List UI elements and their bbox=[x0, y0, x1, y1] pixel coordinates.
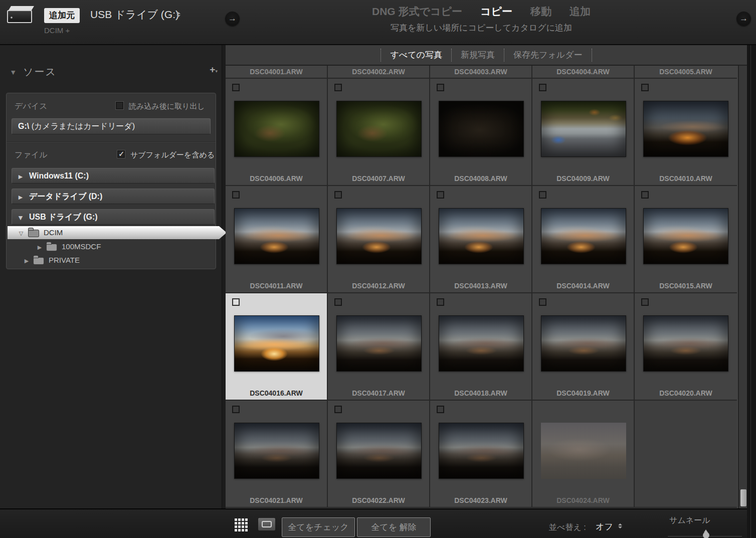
photo-cell[interactable]: DSC04017.ARW bbox=[328, 293, 430, 401]
photo-cell-partial[interactable]: DSC04002.ARW bbox=[328, 66, 430, 79]
photo-checkbox[interactable] bbox=[232, 298, 240, 306]
photo-thumbnail[interactable] bbox=[541, 315, 626, 372]
loupe-view-icon[interactable] bbox=[258, 517, 276, 531]
eject-after-import-checkbox[interactable] bbox=[116, 102, 123, 109]
photo-thumbnail[interactable] bbox=[234, 315, 319, 372]
photo-checkbox[interactable] bbox=[539, 191, 546, 199]
photo-checkbox[interactable] bbox=[437, 191, 444, 199]
photo-thumbnail[interactable] bbox=[439, 101, 524, 157]
device-drive-button[interactable]: G:\ (カメラまたはカードリーダ) bbox=[12, 118, 211, 134]
photo-thumbnail[interactable] bbox=[439, 423, 524, 479]
folder-item-100msdcf[interactable]: ▶100MSDCF bbox=[7, 240, 216, 253]
uncheck-all-button[interactable]: 全てを 解除 bbox=[357, 517, 431, 537]
photo-cell-partial[interactable]: DSC04001.ARW bbox=[226, 66, 328, 79]
photo-checkbox[interactable] bbox=[334, 298, 342, 306]
check-all-button[interactable]: 全てをチェック bbox=[282, 517, 355, 537]
photo-cell[interactable]: DSC04013.ARW bbox=[430, 186, 532, 293]
tab-new-photos[interactable]: 新規写真 bbox=[452, 49, 504, 61]
tab-all-photos[interactable]: すべての写真 bbox=[381, 49, 451, 61]
photo-checkbox[interactable] bbox=[641, 84, 649, 91]
photo-cell[interactable]: DSC04009.ARW bbox=[532, 79, 635, 186]
expand-triangle-icon[interactable]: ▶ bbox=[20, 255, 34, 268]
photo-checkbox[interactable] bbox=[334, 84, 342, 91]
photo-cell[interactable]: DSC04007.ARW bbox=[328, 79, 430, 186]
plus-icon[interactable]: +▾ bbox=[210, 64, 218, 75]
photo-thumbnail[interactable] bbox=[336, 208, 422, 264]
vertical-scrollbar[interactable] bbox=[738, 66, 747, 508]
photo-cell[interactable]: DSC04016.ARW bbox=[226, 293, 328, 401]
folder-item-dcim[interactable]: ▽DCIM bbox=[8, 226, 227, 239]
slider-thumb[interactable] bbox=[703, 532, 709, 538]
drive-item-g[interactable]: ▼USB ドライブ (G:) bbox=[12, 209, 215, 225]
option-copy[interactable]: コピー bbox=[480, 5, 512, 19]
photo-checkbox[interactable] bbox=[334, 406, 342, 413]
option-add[interactable]: 追加 bbox=[570, 5, 591, 19]
grid-view-icon[interactable] bbox=[235, 518, 237, 521]
photo-thumbnail[interactable] bbox=[234, 423, 319, 479]
photo-thumbnail[interactable] bbox=[234, 208, 319, 264]
expand-triangle-icon[interactable]: ▶ bbox=[33, 241, 47, 254]
photo-cell[interactable]: DSC04010.ARW bbox=[635, 79, 737, 186]
folder-item-private[interactable]: ▶PRIVATE bbox=[7, 254, 216, 267]
photo-thumbnail[interactable] bbox=[541, 423, 626, 479]
photo-thumbnail[interactable] bbox=[336, 315, 422, 372]
option-move[interactable]: 移動 bbox=[530, 5, 551, 19]
photo-checkbox[interactable] bbox=[539, 298, 546, 306]
photo-thumbnail[interactable] bbox=[541, 208, 626, 264]
photo-cell[interactable]: DSC04012.ARW bbox=[328, 186, 430, 293]
photo-checkbox[interactable] bbox=[437, 298, 444, 306]
photo-cell-partial[interactable]: DSC04005.ARW bbox=[635, 66, 737, 79]
photo-checkbox[interactable] bbox=[539, 84, 546, 91]
photo-thumbnail[interactable] bbox=[439, 208, 524, 264]
source-select-arrows-icon[interactable] bbox=[176, 12, 180, 17]
drive-item-d[interactable]: ▶データドライブ (D:) bbox=[12, 189, 215, 204]
photo-thumbnail[interactable] bbox=[234, 101, 319, 157]
photo-cell[interactable]: DSC04018.ARW bbox=[430, 293, 532, 401]
photo-cell[interactable]: DSC04019.ARW bbox=[532, 293, 635, 401]
photo-checkbox[interactable] bbox=[334, 191, 342, 199]
photo-checkbox[interactable] bbox=[641, 191, 649, 199]
include-subfolders-checkbox[interactable]: ✓ bbox=[117, 150, 125, 158]
photo-checkbox[interactable] bbox=[232, 191, 240, 199]
photo-checkbox[interactable] bbox=[641, 298, 649, 306]
photo-cell[interactable]: DSC04020.ARW bbox=[635, 293, 737, 401]
photo-thumbnail[interactable] bbox=[643, 315, 728, 372]
tab-destination-folders[interactable]: 保存先フォルダー bbox=[504, 49, 592, 61]
source-device-name[interactable]: USB ドライブ (G:) bbox=[90, 8, 179, 22]
forward-arrow-icon[interactable]: → bbox=[736, 12, 751, 26]
source-panel-title[interactable]: ソース bbox=[23, 65, 57, 79]
eject-after-import-label[interactable]: 読み込み後に取り出し bbox=[129, 102, 205, 111]
photo-checkbox[interactable] bbox=[232, 406, 240, 413]
drive-item-c[interactable]: ▶Windows11 (C:) bbox=[12, 168, 215, 184]
photo-cell[interactable]: DSC04024.ARW bbox=[532, 401, 635, 508]
photo-cell[interactable]: DSC04014.ARW bbox=[532, 186, 635, 293]
sort-select-arrows-icon[interactable] bbox=[618, 523, 622, 528]
sort-value[interactable]: オフ bbox=[596, 521, 613, 532]
photo-cell[interactable]: DSC04015.ARW bbox=[635, 186, 737, 293]
photo-thumbnail[interactable] bbox=[643, 101, 728, 157]
photo-thumbnail[interactable] bbox=[336, 101, 422, 157]
expand-triangle-icon[interactable]: ▽ bbox=[14, 227, 29, 240]
photo-cell[interactable]: DSC04006.ARW bbox=[226, 79, 328, 186]
photo-thumbnail[interactable] bbox=[541, 101, 626, 157]
option-copy-as-dng[interactable]: DNG 形式でコピー bbox=[372, 5, 462, 19]
photo-filename: DSC04020.ARW bbox=[635, 389, 737, 397]
photo-cell[interactable]: DSC04023.ARW bbox=[430, 401, 532, 508]
scrollbar-thumb[interactable] bbox=[740, 489, 746, 506]
photo-thumbnail[interactable] bbox=[643, 208, 728, 264]
photo-cell[interactable]: DSC04011.ARW bbox=[226, 186, 328, 293]
collapse-triangle-icon[interactable]: ▼ bbox=[11, 69, 15, 76]
photo-checkbox[interactable] bbox=[232, 84, 240, 91]
photo-checkbox[interactable] bbox=[437, 84, 444, 91]
photo-cell-partial[interactable]: DSC04004.ARW bbox=[532, 66, 635, 79]
include-subfolders-label[interactable]: サブフォルダーを含める bbox=[130, 150, 215, 160]
photo-checkbox[interactable] bbox=[437, 406, 444, 413]
photo-thumbnail[interactable] bbox=[439, 315, 524, 372]
photo-cell[interactable]: DSC04008.ARW bbox=[430, 79, 532, 186]
thumbnail-size-slider[interactable] bbox=[668, 535, 742, 536]
forward-arrow-icon[interactable]: → bbox=[225, 12, 240, 26]
photo-thumbnail[interactable] bbox=[336, 423, 422, 479]
photo-cell[interactable]: DSC04021.ARW bbox=[226, 401, 328, 508]
photo-cell-partial[interactable]: DSC04003.ARW bbox=[430, 66, 532, 79]
photo-cell[interactable]: DSC04022.ARW bbox=[328, 401, 430, 508]
